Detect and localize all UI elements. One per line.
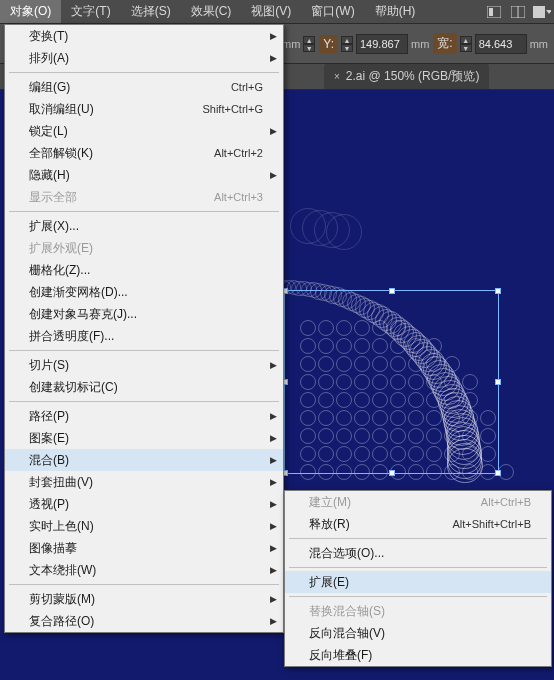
object-menu: 变换(T)▶ 排列(A)▶ 编组(G)Ctrl+G 取消编组(U)Shift+C…	[4, 24, 284, 633]
mi-showall: 显示全部Alt+Ctrl+3	[5, 186, 283, 208]
separator	[9, 401, 279, 402]
mi-mosaic[interactable]: 创建对象马赛克(J)...	[5, 303, 283, 325]
width-label: 宽:	[433, 33, 456, 54]
mi-blend-options[interactable]: 混合选项(O)...	[285, 542, 551, 564]
mi-pattern[interactable]: 图案(E)▶	[5, 427, 283, 449]
mi-blend-reverseft[interactable]: 反向堆叠(F)	[285, 644, 551, 666]
mi-gradmesh[interactable]: 创建渐变网格(D)...	[5, 281, 283, 303]
menu-window[interactable]: 窗口(W)	[301, 0, 364, 23]
selection-handle[interactable]	[389, 470, 395, 476]
mi-blend-replace: 替换混合轴(S)	[285, 600, 551, 622]
selection-handle[interactable]	[495, 288, 501, 294]
menu-select[interactable]: 选择(S)	[121, 0, 181, 23]
svg-rect-1	[489, 8, 493, 16]
selection-handle[interactable]	[389, 288, 395, 294]
menu-type[interactable]: 文字(T)	[61, 0, 120, 23]
selection-box[interactable]	[284, 290, 499, 474]
layout-icon-1[interactable]	[482, 0, 506, 23]
spinner-icon[interactable]: ▲▼	[460, 36, 472, 52]
mi-envelope[interactable]: 封套扭曲(V)▶	[5, 471, 283, 493]
mi-slice[interactable]: 切片(S)▶	[5, 354, 283, 376]
field-width: 宽: ▲▼ mm	[433, 33, 548, 54]
document-tab[interactable]: × 2.ai @ 150% (RGB/预览)	[324, 64, 489, 89]
mi-perspective[interactable]: 透视(P)▶	[5, 493, 283, 515]
mi-ungroup[interactable]: 取消编组(U)Shift+Ctrl+G	[5, 98, 283, 120]
mi-clipmask[interactable]: 剪切蒙版(M)▶	[5, 588, 283, 610]
separator	[289, 567, 547, 568]
menu-object[interactable]: 对象(O)	[0, 0, 61, 23]
y-label: Y:	[319, 35, 338, 53]
field-y: Y: ▲▼ mm	[319, 34, 429, 54]
mi-blend-release[interactable]: 释放(R)Alt+Shift+Ctrl+B	[285, 513, 551, 535]
mi-expand[interactable]: 扩展(X)...	[5, 215, 283, 237]
mi-flatten[interactable]: 拼合透明度(F)...	[5, 325, 283, 347]
menu-effect[interactable]: 效果(C)	[181, 0, 242, 23]
mi-transform[interactable]: 变换(T)▶	[5, 25, 283, 47]
mi-compound[interactable]: 复合路径(O)▶	[5, 610, 283, 632]
menu-view[interactable]: 视图(V)	[241, 0, 301, 23]
mi-lock[interactable]: 锁定(L)▶	[5, 120, 283, 142]
mi-imgtrace[interactable]: 图像描摹▶	[5, 537, 283, 559]
y-input[interactable]	[356, 34, 408, 54]
mi-arrange[interactable]: 排列(A)▶	[5, 47, 283, 69]
mi-expandapp: 扩展外观(E)	[5, 237, 283, 259]
tab-title: 2.ai @ 150% (RGB/预览)	[346, 68, 480, 85]
selection-handle[interactable]	[495, 379, 501, 385]
mi-path[interactable]: 路径(P)▶	[5, 405, 283, 427]
mi-blend-reverse[interactable]: 反向混合轴(V)	[285, 622, 551, 644]
svg-rect-4	[533, 6, 545, 18]
mi-rasterize[interactable]: 栅格化(Z)...	[5, 259, 283, 281]
separator	[9, 211, 279, 212]
mi-livepaint[interactable]: 实时上色(N)▶	[5, 515, 283, 537]
tab-close-icon[interactable]: ×	[334, 71, 340, 82]
mi-trim[interactable]: 创建裁切标记(C)	[5, 376, 283, 398]
layout-dropdown-icon[interactable]	[530, 0, 554, 23]
separator	[9, 584, 279, 585]
spinner-icon[interactable]: ▲▼	[341, 36, 353, 52]
mi-blend[interactable]: 混合(B)▶	[5, 449, 283, 471]
mi-hide[interactable]: 隐藏(H)▶	[5, 164, 283, 186]
separator	[9, 72, 279, 73]
blend-circle	[326, 214, 362, 250]
separator	[289, 538, 547, 539]
mi-unlockall[interactable]: 全部解锁(K)Alt+Ctrl+2	[5, 142, 283, 164]
mi-blend-make: 建立(M)Alt+Ctrl+B	[285, 491, 551, 513]
mi-group[interactable]: 编组(G)Ctrl+G	[5, 76, 283, 98]
selection-handle[interactable]	[495, 470, 501, 476]
width-input[interactable]	[475, 34, 527, 54]
separator	[289, 596, 547, 597]
menubar: 对象(O) 文字(T) 选择(S) 效果(C) 视图(V) 窗口(W) 帮助(H…	[0, 0, 554, 24]
blend-submenu: 建立(M)Alt+Ctrl+B 释放(R)Alt+Shift+Ctrl+B 混合…	[284, 490, 552, 667]
mi-blend-expand[interactable]: 扩展(E)	[285, 571, 551, 593]
menu-help[interactable]: 帮助(H)	[365, 0, 426, 23]
separator	[9, 350, 279, 351]
layout-icon-2[interactable]	[506, 0, 530, 23]
spinner-icon[interactable]: ▲▼	[303, 36, 315, 52]
mi-textwrap[interactable]: 文本绕排(W)▶	[5, 559, 283, 581]
